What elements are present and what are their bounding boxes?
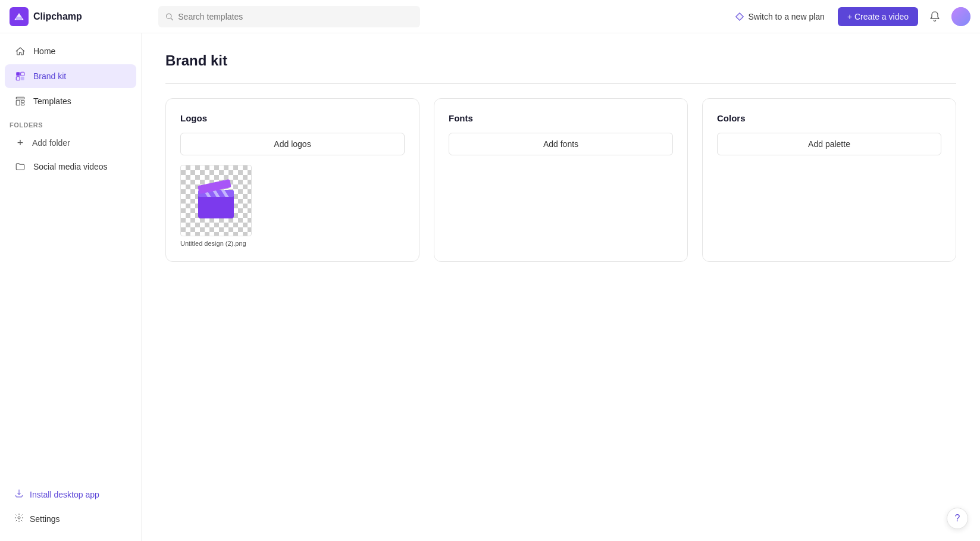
header: Clipchamp Switch to a new plan + Create … xyxy=(0,0,980,33)
svg-rect-15 xyxy=(198,195,234,218)
install-desktop-app-button[interactable]: Install desktop app xyxy=(5,483,136,506)
svg-line-3 xyxy=(171,18,173,20)
sidebar-top: Home Brand kit xyxy=(0,38,141,180)
brand-icon xyxy=(14,70,26,82)
add-folder-button[interactable]: + Add folder xyxy=(5,132,136,154)
install-desktop-app-label: Install desktop app xyxy=(30,490,99,499)
svg-marker-5 xyxy=(736,13,743,20)
thumbnail-svg xyxy=(192,177,240,224)
colors-card-title: Colors xyxy=(717,113,941,123)
header-right: Switch to a new plan + Create a video xyxy=(729,7,970,26)
notifications-button[interactable] xyxy=(925,7,944,26)
logo-thumbnail: Untitled design (2).png xyxy=(180,165,405,247)
thumbnail-label: Untitled design (2).png xyxy=(180,240,246,247)
sidebar-item-social-media-videos[interactable]: Social media videos xyxy=(5,155,136,179)
help-button[interactable]: ? xyxy=(947,508,968,529)
avatar-image xyxy=(951,7,970,26)
search-bar[interactable] xyxy=(158,6,420,27)
svg-rect-1 xyxy=(16,17,22,20)
sidebar-item-home-label: Home xyxy=(33,46,55,56)
sidebar: Home Brand kit xyxy=(0,33,142,541)
svg-rect-10 xyxy=(16,97,24,99)
page-title: Brand kit xyxy=(165,52,956,69)
folders-header: FOLDERS xyxy=(0,114,141,131)
sidebar-item-brand-kit-label: Brand kit xyxy=(33,71,66,81)
download-icon xyxy=(14,489,24,500)
svg-rect-11 xyxy=(16,101,20,105)
home-icon xyxy=(14,45,26,57)
search-input[interactable] xyxy=(178,12,413,21)
create-video-button[interactable]: + Create a video xyxy=(838,7,918,26)
layout: Home Brand kit xyxy=(0,33,980,541)
svg-rect-7 xyxy=(21,72,24,76)
bell-icon xyxy=(929,11,941,23)
logos-card: Logos Add logos xyxy=(165,98,419,262)
gear-icon xyxy=(14,513,24,524)
colors-card: Colors Add palette xyxy=(702,98,956,262)
folder-icon xyxy=(14,161,26,173)
add-fonts-button[interactable]: Add fonts xyxy=(449,133,673,155)
svg-point-14 xyxy=(18,517,20,519)
sidebar-item-templates[interactable]: Templates xyxy=(5,89,136,113)
sidebar-item-templates-label: Templates xyxy=(33,96,71,106)
fonts-card-title: Fonts xyxy=(449,113,673,123)
logos-card-title: Logos xyxy=(180,113,405,123)
sidebar-item-brand-kit[interactable]: Brand kit xyxy=(5,64,136,88)
clipchamp-logo-icon xyxy=(10,7,29,26)
sidebar-item-social-media-videos-label: Social media videos xyxy=(33,162,108,171)
sidebar-bottom: Install desktop app Settings xyxy=(0,481,141,536)
svg-rect-12 xyxy=(21,101,24,103)
settings-label: Settings xyxy=(30,514,60,524)
svg-rect-9 xyxy=(21,77,24,80)
search-icon xyxy=(165,12,173,21)
sidebar-item-home[interactable]: Home xyxy=(5,39,136,63)
sidebar-item-settings[interactable]: Settings xyxy=(5,507,136,530)
svg-rect-8 xyxy=(16,77,20,80)
app-name: Clipchamp xyxy=(33,11,82,22)
add-palette-button[interactable]: Add palette xyxy=(717,133,941,155)
templates-icon xyxy=(14,95,26,107)
avatar[interactable] xyxy=(951,7,970,26)
svg-rect-6 xyxy=(16,72,20,76)
switch-plan-button[interactable]: Switch to a new plan xyxy=(729,8,830,25)
divider xyxy=(165,83,956,84)
fonts-card: Fonts Add fonts xyxy=(434,98,688,262)
cards-grid: Logos Add logos xyxy=(165,98,956,262)
svg-rect-13 xyxy=(21,104,24,105)
plus-icon: + xyxy=(14,137,26,149)
main-content: Brand kit Logos Add logos xyxy=(142,33,980,541)
diamond-icon xyxy=(735,12,744,21)
add-logos-button[interactable]: Add logos xyxy=(180,133,405,155)
thumbnail-image xyxy=(180,165,252,236)
add-folder-label: Add folder xyxy=(32,138,70,148)
logo-area: Clipchamp xyxy=(10,7,151,26)
